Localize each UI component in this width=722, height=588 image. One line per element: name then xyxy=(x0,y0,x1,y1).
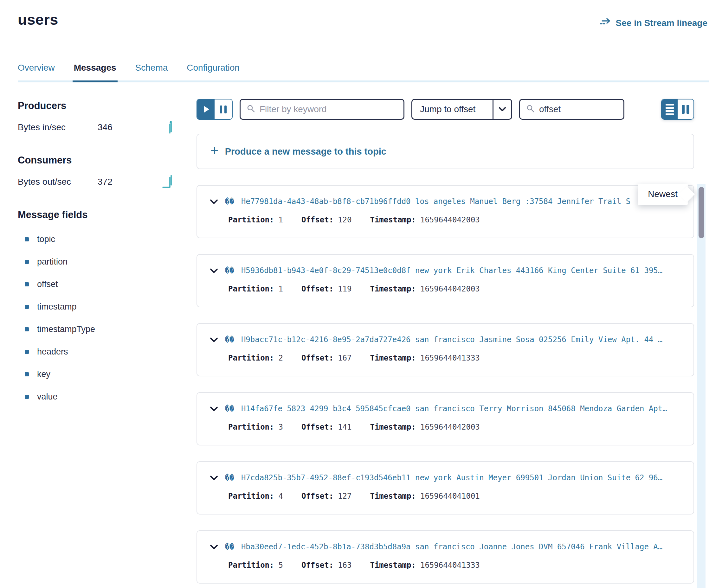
expand-chevron-icon[interactable] xyxy=(210,544,218,550)
message-card[interactable]: �� H5936db81-b943-4e0f-8c29-74513e0c0d8f… xyxy=(197,254,694,307)
stream-lineage-label: See in Stream lineage xyxy=(616,18,707,28)
offset-label: Offset: xyxy=(302,492,333,501)
offset-meta: Offset: 167 xyxy=(302,354,352,362)
offset-meta: Offset: 119 xyxy=(302,285,352,293)
topic-tabs: Overview Messages Schema Configuration xyxy=(18,63,709,82)
bytes-out-label: Bytes out/sec xyxy=(18,177,98,187)
bytes-in-label: Bytes in/sec xyxy=(18,122,98,132)
partition-value: 2 xyxy=(279,354,283,362)
timestamp-meta: Timestamp: 1659644041001 xyxy=(370,492,479,501)
message-card[interactable]: �� He77981da-4a43-48ab-b8f8-cb71b96ffdd0… xyxy=(197,185,694,238)
offset-meta: Offset: 127 xyxy=(302,492,352,501)
timestamp-label: Timestamp: xyxy=(370,423,416,432)
offset-meta: Offset: 141 xyxy=(302,423,352,432)
timestamp-label: Timestamp: xyxy=(370,215,416,224)
offset-value: 167 xyxy=(338,354,351,362)
message-fields-list: topic partition offset timestamp timesta… xyxy=(18,228,180,408)
message-key-row: �� H7cda825b-35b7-4952-88ef-c193d546eb11… xyxy=(210,473,686,482)
search-icon xyxy=(527,105,535,114)
messages-toolbar: Jump to offset xyxy=(197,99,694,120)
column-view-button[interactable] xyxy=(678,100,694,119)
message-meta-row: Partition: 4 Offset: 127 Timestamp: 1659… xyxy=(228,492,686,501)
message-meta-row: Partition: 3 Offset: 141 Timestamp: 1659… xyxy=(228,423,686,432)
message-key-text: Hba30eed7-1edc-452b-8b1a-738d3b5d8a9a sa… xyxy=(241,542,662,551)
bytes-out-metric: Bytes out/sec 372 xyxy=(18,174,180,189)
timestamp-label: Timestamp: xyxy=(370,492,416,501)
binary-bytes-glyphs: �� xyxy=(225,542,234,551)
dashed-arrow-icon xyxy=(600,18,612,28)
bytes-in-value: 346 xyxy=(98,122,112,132)
timestamp-value: 1659644042003 xyxy=(420,423,480,432)
tab-schema[interactable]: Schema xyxy=(135,63,168,81)
play-pause-control xyxy=(197,99,233,120)
messages-panel: Jump to offset xyxy=(197,99,694,584)
expand-chevron-icon[interactable] xyxy=(210,475,218,481)
offset-value: 120 xyxy=(338,215,351,224)
message-card[interactable]: �� H14fa67fe-5823-4299-b3c4-595845cfcae0… xyxy=(197,392,694,445)
scrollbar-track[interactable] xyxy=(697,184,705,588)
offset-value: 141 xyxy=(338,423,351,432)
message-key-row: �� H14fa67fe-5823-4299-b3c4-595845cfcae0… xyxy=(210,404,686,413)
producers-heading: Producers xyxy=(18,100,180,111)
partition-label: Partition: xyxy=(228,492,274,501)
offset-label: Offset: xyxy=(302,354,333,362)
timestamp-value: 1659644042003 xyxy=(420,285,480,293)
message-field-label: offset xyxy=(37,279,58,289)
tab-configuration[interactable]: Configuration xyxy=(187,63,240,81)
message-field-label: value xyxy=(37,392,58,402)
partition-meta: Partition: 3 xyxy=(228,423,283,432)
message-field-item: timestampType xyxy=(18,318,180,340)
binary-bytes-glyphs: �� xyxy=(225,197,234,206)
bytes-out-sparkline-icon xyxy=(162,174,178,189)
message-key-text: H14fa67fe-5823-4299-b3c4-595845cfcae0 sa… xyxy=(241,404,667,413)
partition-label: Partition: xyxy=(228,354,274,362)
jump-to-offset-select[interactable]: Jump to offset xyxy=(411,99,512,120)
offset-search xyxy=(519,99,624,120)
partition-label: Partition: xyxy=(228,285,274,293)
message-field-label: headers xyxy=(37,347,68,357)
message-field-item: key xyxy=(18,363,180,385)
message-field-item: partition xyxy=(18,251,180,273)
message-meta-row: Partition: 1 Offset: 119 Timestamp: 1659… xyxy=(228,285,686,293)
message-card[interactable]: �� H9bacc71c-b12c-4216-8e95-2a7da727e426… xyxy=(197,323,694,376)
message-card[interactable]: �� Hba30eed7-1edc-452b-8b1a-738d3b5d8a9a… xyxy=(197,530,694,584)
message-key-text: H5936db81-b943-4e0f-8c29-74513e0c0d8f ne… xyxy=(241,266,662,275)
keyword-filter-input[interactable] xyxy=(260,104,397,114)
list-view-icon xyxy=(665,104,674,105)
message-key-row: �� H9bacc71c-b12c-4216-8e95-2a7da727e426… xyxy=(210,335,686,344)
list-view-button[interactable] xyxy=(662,100,678,119)
expand-chevron-icon[interactable] xyxy=(210,406,218,412)
newest-tooltip: Newest xyxy=(638,184,688,205)
timestamp-meta: Timestamp: 1659644042003 xyxy=(370,215,479,224)
bytes-in-sparkline-icon xyxy=(164,120,178,135)
expand-chevron-icon[interactable] xyxy=(210,337,218,342)
partition-value: 5 xyxy=(279,561,283,570)
stream-lineage-link[interactable]: See in Stream lineage xyxy=(600,18,707,28)
message-field-item: headers xyxy=(18,340,180,363)
scrollbar-thumb[interactable] xyxy=(699,187,704,238)
timestamp-value: 1659644042003 xyxy=(420,215,480,224)
offset-value: 119 xyxy=(338,285,351,293)
tab-overview[interactable]: Overview xyxy=(18,63,55,81)
binary-bytes-glyphs: �� xyxy=(225,266,234,275)
partition-label: Partition: xyxy=(228,215,274,224)
produce-message-button[interactable]: + Produce a new message to this topic xyxy=(197,134,694,169)
play-button[interactable] xyxy=(197,100,214,119)
tab-messages[interactable]: Messages xyxy=(74,63,116,81)
message-field-item: timestamp xyxy=(18,296,180,318)
binary-bytes-glyphs: �� xyxy=(225,335,234,344)
pause-button[interactable] xyxy=(214,100,232,119)
partition-meta: Partition: 4 xyxy=(228,492,283,501)
timestamp-label: Timestamp: xyxy=(370,561,416,570)
view-mode-toggle xyxy=(661,99,694,120)
binary-bytes-glyphs: �� xyxy=(225,404,234,413)
expand-chevron-icon[interactable] xyxy=(210,199,218,204)
timestamp-label: Timestamp: xyxy=(370,354,416,362)
chevron-down-icon xyxy=(494,100,511,119)
bytes-in-metric: Bytes in/sec 346 xyxy=(18,120,180,135)
message-card[interactable]: �� H7cda825b-35b7-4952-88ef-c193d546eb11… xyxy=(197,461,694,514)
partition-meta: Partition: 1 xyxy=(228,285,283,293)
offset-search-input[interactable] xyxy=(539,104,617,114)
expand-chevron-icon[interactable] xyxy=(210,268,218,273)
search-icon xyxy=(247,105,255,114)
